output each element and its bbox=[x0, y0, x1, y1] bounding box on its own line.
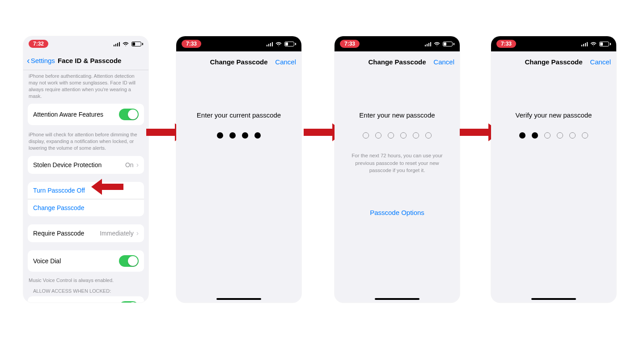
time-pill: 7:33 bbox=[340, 40, 360, 48]
chevron-right-icon: › bbox=[136, 161, 139, 169]
passcode-dot bbox=[582, 132, 588, 139]
sheet-title: Change Passcode bbox=[210, 58, 267, 66]
back-button[interactable]: Settings bbox=[31, 57, 55, 64]
passcode-dot bbox=[375, 132, 381, 139]
passcode-prompt: Verify your new passcode bbox=[491, 111, 616, 119]
page-title: Face ID & Passcode bbox=[58, 57, 122, 64]
passcode-prompt: Enter your current passcode bbox=[176, 111, 301, 119]
time-pill: 7:33 bbox=[182, 40, 201, 48]
row-stolen-device[interactable]: Stolen Device Protection On › bbox=[28, 156, 144, 174]
row-label: Attention Aware Features bbox=[33, 111, 103, 118]
passcode-dot bbox=[217, 132, 223, 139]
group-attention: Attention Aware Features bbox=[28, 104, 144, 125]
passcode-dots bbox=[176, 132, 301, 139]
row-today-view[interactable]: Today View and Search bbox=[28, 296, 144, 303]
row-turn-passcode-off[interactable]: Turn Passcode Off bbox=[28, 182, 144, 199]
row-voice-dial[interactable]: Voice Dial bbox=[28, 250, 144, 272]
toggle-voice-dial[interactable] bbox=[119, 255, 139, 267]
passcode-dot bbox=[413, 132, 419, 139]
passcode-dot bbox=[400, 132, 407, 139]
tutorial-stage: 7:32 ‹ Settings Face ID & Passcode iPhon… bbox=[0, 0, 644, 362]
toggle-today-view[interactable] bbox=[119, 301, 139, 303]
battery-icon bbox=[443, 42, 454, 46]
passcode-dot bbox=[532, 132, 538, 139]
phone-enter-new: 7:33 Change Passcode Cancel Enter your n… bbox=[335, 36, 460, 303]
back-chevron-icon[interactable]: ‹ bbox=[27, 55, 30, 66]
group-allow-access: Today View and Search Notification Cente… bbox=[28, 296, 144, 303]
home-indicator[interactable] bbox=[531, 298, 576, 300]
group-voice: Voice Dial bbox=[28, 250, 144, 272]
sheet-title: Change Passcode bbox=[525, 58, 582, 66]
status-bar: 7:32 bbox=[23, 36, 148, 51]
passcode-dot bbox=[229, 132, 236, 139]
battery-icon bbox=[284, 42, 296, 46]
attention-top-note: iPhone before authenticating. Attention … bbox=[23, 70, 148, 104]
row-label: Require Passcode bbox=[33, 230, 84, 237]
group-stolen: Stolen Device Protection On › bbox=[28, 156, 144, 174]
status-icons bbox=[114, 42, 144, 46]
cancel-button[interactable]: Cancel bbox=[590, 58, 611, 66]
passcode-sheet: Change Passcode Cancel Enter your new pa… bbox=[335, 52, 460, 303]
passcode-dot bbox=[425, 132, 432, 139]
passcode-sheet: Change Passcode Cancel Verify your new p… bbox=[491, 52, 616, 303]
passcode-dot bbox=[569, 132, 576, 139]
phone-enter-current: 7:33 Change Passcode Cancel Enter your c… bbox=[176, 36, 301, 303]
row-attention-aware[interactable]: Attention Aware Features bbox=[28, 104, 144, 125]
row-label: Change Passcode bbox=[33, 204, 84, 211]
row-label: Voice Dial bbox=[33, 257, 61, 265]
passcode-subnote: For the next 72 hours, you can use your … bbox=[345, 152, 449, 174]
passcode-dot bbox=[388, 132, 394, 139]
toggle-attention[interactable] bbox=[119, 109, 139, 120]
passcode-dot bbox=[363, 132, 369, 139]
group-require: Require Passcode Immediately › bbox=[28, 224, 144, 242]
passcode-dot bbox=[242, 132, 248, 139]
status-icons bbox=[581, 42, 611, 46]
sheet-title: Change Passcode bbox=[368, 58, 426, 66]
row-label: Stolen Device Protection bbox=[33, 161, 102, 168]
allow-access-header: ALLOW ACCESS WHEN LOCKED: bbox=[23, 288, 148, 296]
cellular-icon bbox=[425, 42, 432, 46]
row-value: On › bbox=[125, 161, 139, 169]
time-pill: 7:33 bbox=[496, 40, 516, 48]
passcode-dot bbox=[254, 132, 261, 139]
cellular-icon bbox=[114, 42, 120, 46]
sheet-nav: Change Passcode Cancel bbox=[335, 52, 460, 71]
group-passcode-actions: Turn Passcode Off Change Passcode bbox=[28, 182, 144, 216]
passcode-dots bbox=[335, 132, 460, 139]
passcode-dot bbox=[544, 132, 551, 139]
time-pill: 7:32 bbox=[29, 40, 48, 48]
status-bar: 7:33 bbox=[335, 36, 460, 51]
passcode-dot bbox=[557, 132, 563, 139]
passcode-prompt: Enter your new passcode bbox=[335, 111, 460, 119]
row-label: Turn Passcode Off bbox=[33, 187, 85, 194]
settings-nav: ‹ Settings Face ID & Passcode bbox=[23, 51, 148, 70]
passcode-sheet: Change Passcode Cancel Enter your curren… bbox=[176, 52, 301, 303]
chevron-right-icon: › bbox=[136, 229, 139, 237]
phone-settings: 7:32 ‹ Settings Face ID & Passcode iPhon… bbox=[23, 36, 148, 303]
battery-icon bbox=[599, 42, 611, 46]
phone-verify-new: 7:33 Change Passcode Cancel Verify your … bbox=[491, 36, 616, 303]
status-bar: 7:33 bbox=[176, 36, 301, 51]
attention-note: iPhone will check for attention before d… bbox=[23, 129, 148, 156]
status-bar: 7:33 bbox=[491, 36, 616, 51]
home-indicator[interactable] bbox=[216, 298, 261, 300]
row-change-passcode[interactable]: Change Passcode bbox=[28, 199, 144, 216]
cancel-button[interactable]: Cancel bbox=[433, 58, 454, 66]
passcode-dot bbox=[519, 132, 525, 139]
cellular-icon bbox=[581, 42, 588, 46]
sheet-nav: Change Passcode Cancel bbox=[176, 52, 301, 71]
row-require-passcode[interactable]: Require Passcode Immediately › bbox=[28, 224, 144, 242]
passcode-options-button[interactable]: Passcode Options bbox=[335, 209, 460, 216]
cancel-button[interactable]: Cancel bbox=[275, 58, 296, 66]
voice-note: Music Voice Control is always enabled. bbox=[23, 275, 148, 288]
wifi-icon bbox=[275, 42, 282, 46]
home-indicator[interactable] bbox=[375, 298, 419, 300]
wifi-icon bbox=[590, 42, 597, 46]
row-value: Immediately › bbox=[100, 229, 139, 237]
passcode-dots bbox=[491, 132, 616, 139]
status-icons bbox=[425, 42, 455, 46]
status-icons bbox=[267, 42, 297, 46]
cellular-icon bbox=[267, 42, 273, 46]
wifi-icon bbox=[123, 42, 129, 46]
wifi-icon bbox=[434, 42, 440, 46]
